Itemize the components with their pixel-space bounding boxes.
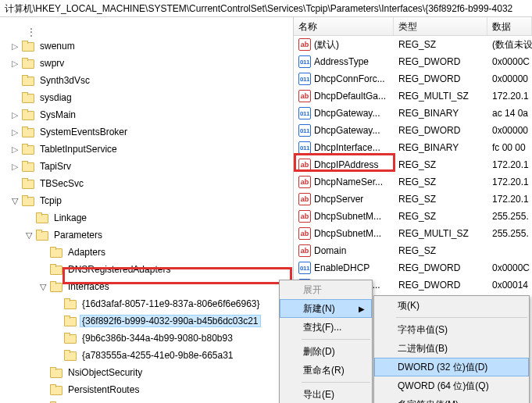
tree-item[interactable]: PersistentRoutes <box>0 381 293 398</box>
tree-item[interactable]: SystemEventsBroker <box>0 123 293 141</box>
menu-item[interactable]: 字符串值(S) <box>374 320 529 339</box>
expand-toggle-icon[interactable] <box>37 282 48 292</box>
list-row[interactable]: DhcpServerREG_SZ172.20.1 <box>294 191 532 208</box>
col-header-name[interactable]: 名称 <box>294 17 394 35</box>
tree-item-label: Synth3dVsc <box>37 75 92 86</box>
list-row[interactable]: DhcpIPAddressREG_SZ172.20.1 <box>294 156 532 173</box>
menu-item-label: 项(K) <box>398 299 420 312</box>
tree-item[interactable]: Adapters <box>0 244 293 261</box>
menu-item[interactable]: DWORD (32 位)值(D) <box>374 358 529 376</box>
folder-icon <box>64 350 77 361</box>
menu-item[interactable]: 新建(N)▶ <box>280 299 372 318</box>
tree-item[interactable]: Tcpip <box>0 192 293 209</box>
tree-item[interactable]: {16d3afaf-8057-11e9-837a-806e6f6e6963} <box>0 295 293 312</box>
menu-item[interactable]: 删除(D) <box>280 342 372 361</box>
binary-value-icon <box>298 141 311 154</box>
menu-item[interactable]: 导出(E) <box>280 385 372 403</box>
tree-item[interactable]: swprv <box>0 55 293 72</box>
menu-item[interactable]: 查找(F)... <box>280 318 372 337</box>
binary-value-icon <box>298 124 311 137</box>
folder-icon <box>50 247 62 258</box>
tree-item-label: TapiSrv <box>37 161 73 172</box>
value-data: (数值未设 <box>487 38 532 52</box>
list-header: 名称 类型 数据 <box>294 17 532 36</box>
list-row[interactable]: DhcpGateway...REG_BINARYac 14 0a <box>294 105 532 122</box>
list-row[interactable]: DhcpSubnetM...REG_MULTI_SZ255.255. <box>294 225 532 242</box>
string-value-icon <box>298 210 311 223</box>
folder-icon <box>22 195 34 206</box>
menu-item[interactable]: QWORD (64 位)值(Q) <box>374 376 529 395</box>
value-type: REG_SZ <box>394 211 487 222</box>
tree-item[interactable]: {36f892f6-b999-4032-990a-b45b6dc03c21 <box>0 312 293 330</box>
tree-item[interactable]: NsiObjectSecurity <box>0 364 293 381</box>
tree-item[interactable]: sysdiag <box>0 89 293 106</box>
tree-item[interactable]: SysMain <box>0 106 293 123</box>
address-bar[interactable]: 计算机\HKEY_LOCAL_MACHINE\SYSTEM\CurrentCon… <box>0 0 532 17</box>
value-type: REG_SZ <box>394 39 487 50</box>
expand-toggle-icon[interactable] <box>9 41 20 52</box>
tree-item-label: TabletInputService <box>37 144 120 155</box>
list-row[interactable]: DhcpGateway...REG_DWORD0x00000 <box>294 122 532 139</box>
value-name: DhcpSubnetM... <box>314 228 381 239</box>
tree-item[interactable]: DNSRegisteredAdapters <box>0 261 293 278</box>
list-row[interactable]: DhcpNameSer...REG_SZ172.20.1 <box>294 173 532 191</box>
expand-toggle-icon[interactable] <box>9 59 20 69</box>
menu-item[interactable]: 二进制值(B) <box>374 339 529 358</box>
expand-toggle-icon[interactable] <box>9 127 20 137</box>
tree-item-label: sysdiag <box>37 92 74 103</box>
tree-item-label: PersistentRoutes <box>66 384 141 395</box>
tree-item[interactable]: Winsock <box>0 398 293 403</box>
value-data: ac 14 0a <box>487 108 532 119</box>
tree-item[interactable]: TBSecSvc <box>0 175 293 192</box>
folder-icon <box>36 212 48 223</box>
expand-toggle-icon[interactable] <box>9 110 20 120</box>
context-menu[interactable]: 展开新建(N)▶查找(F)...删除(D)重命名(R)导出(E)权限(P)... <box>279 280 373 403</box>
value-type: REG_DWORD <box>394 280 487 291</box>
string-value-icon <box>298 90 311 102</box>
value-name: DhcpDefaultGa... <box>314 91 386 102</box>
value-type: REG_SZ <box>394 245 487 256</box>
value-name: Domain <box>314 245 346 256</box>
tree-item-label: Adapters <box>66 247 108 258</box>
list-row[interactable]: DhcpSubnetM...REG_SZ255.255. <box>294 208 532 225</box>
menu-item-label: DWORD (32 位)值(D) <box>398 361 487 374</box>
list-row[interactable]: DhcpConnForc...REG_DWORD0x00000 <box>294 70 532 87</box>
menu-item[interactable]: 项(K) <box>374 296 529 315</box>
tree-item[interactable]: swenum <box>0 37 293 55</box>
expand-toggle-icon[interactable] <box>23 230 34 241</box>
value-type: REG_SZ <box>394 159 487 170</box>
tree-item[interactable]: TabletInputService <box>0 141 293 158</box>
menu-separator <box>302 382 370 383</box>
tree-item[interactable]: Interfaces <box>0 278 293 295</box>
tree-item-label: {36f892f6-b999-4032-990a-b45b6dc03c21 <box>80 315 261 327</box>
col-header-type[interactable]: 类型 <box>394 17 487 35</box>
tree-item[interactable]: Synth3dVsc <box>0 72 293 89</box>
list-row[interactable]: EnableDHCPREG_DWORD0x0000C <box>294 259 532 276</box>
value-data: 172.20.1 <box>487 177 532 187</box>
tree-item[interactable]: Parameters <box>0 226 293 244</box>
value-name: DhcpSubnetM... <box>314 211 381 222</box>
value-type: REG_MULTI_SZ <box>394 91 487 102</box>
tree-item-label: {9b6c386b-344a-4b99-9080-b80b93 <box>80 333 235 344</box>
tree-item[interactable]: TapiSrv <box>0 158 293 175</box>
value-name: DhcpNameSer... <box>314 177 383 187</box>
list-row[interactable]: (默认)REG_SZ(数值未设 <box>294 36 532 53</box>
tree-item[interactable]: {9b6c386b-344a-4b99-9080-b80b93 <box>0 330 293 347</box>
expand-toggle-icon[interactable] <box>9 196 20 206</box>
list-row[interactable]: DhcpInterface...REG_BINARYfc 00 00 <box>294 139 532 156</box>
list-row[interactable]: AddressTypeREG_DWORD0x0000C <box>294 53 532 70</box>
tree-item[interactable]: {a783555a-4255-41e0-9b8e-665a31 <box>0 347 293 364</box>
expand-toggle-icon[interactable] <box>9 144 20 155</box>
value-data: 0x0000C <box>487 56 532 67</box>
tree-panel: ⋮ swenumswprvSynth3dVscsysdiagSysMainSys… <box>0 17 294 403</box>
context-submenu-new[interactable]: 项(K)字符串值(S)二进制值(B)DWORD (32 位)值(D)QWORD … <box>373 295 530 403</box>
list-row[interactable]: DhcpDefaultGa...REG_MULTI_SZ172.20.1 <box>294 87 532 105</box>
menu-item[interactable]: 重命名(R) <box>280 361 372 380</box>
expand-toggle-icon[interactable] <box>9 162 20 172</box>
col-header-data[interactable]: 数据 <box>487 17 532 35</box>
menu-item[interactable]: 多字符串值(M) <box>374 395 529 403</box>
menu-item-label: 查找(F)... <box>303 321 341 334</box>
list-row[interactable]: DomainREG_SZ <box>294 242 532 259</box>
folder-icon <box>36 230 48 241</box>
tree-item[interactable]: Linkage <box>0 209 293 226</box>
